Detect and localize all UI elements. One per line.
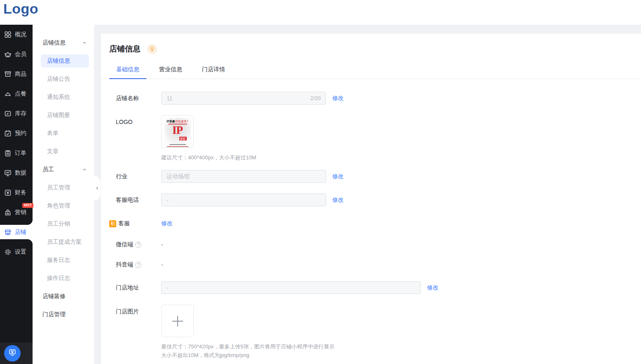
chart-monitor-icon	[4, 169, 12, 177]
edit-service-phone-link[interactable]: 修改	[332, 196, 344, 204]
sidebar-item-settings[interactable]: 设置	[0, 242, 33, 262]
page-title: 店铺信息	[109, 44, 141, 54]
service-phone-input[interactable]: -	[161, 194, 326, 206]
clipboard-icon	[4, 149, 12, 157]
customer-service-label: 客服	[118, 220, 130, 227]
sidebar-item-notification-system[interactable]: 通知系统	[33, 88, 94, 106]
wechat-value: -	[161, 241, 163, 248]
wechat-row: 微信端 ? -	[116, 241, 633, 248]
address-label: 门店地址	[116, 284, 161, 292]
logo-size-hint: 建议尺寸：400*400px，大小不超过10M	[161, 154, 256, 161]
logo-art-ip: IP	[164, 125, 191, 135]
sidebar-item-inventory[interactable]: 库存	[0, 104, 33, 124]
sidebar-item-staff-management[interactable]: 员工管理	[33, 179, 94, 197]
sidebar-item-label: 店铺	[15, 229, 26, 236]
sidebar-item-orders[interactable]: 订单	[0, 143, 33, 163]
photo-upload-button[interactable]	[161, 305, 194, 337]
store-photos-label: 门店图片	[116, 305, 161, 315]
sidebar-item-shop-info[interactable]: 店铺信息	[41, 54, 89, 68]
sidebar-item-service-log[interactable]: 服务日志	[33, 251, 94, 269]
sidebar-item-label: 数据	[15, 169, 26, 177]
photo-hint-line2: 大小不超出10M，格式为jpg/bmp/png	[161, 351, 334, 359]
sidebar-item-marketing[interactable]: HOT 营销	[0, 203, 33, 222]
tab-basic-info[interactable]: 基础信息	[109, 66, 146, 79]
sidebar-item-staff-commission-plan[interactable]: 员工提成方案	[33, 233, 94, 251]
store-photos-row: 门店图片 最佳尺寸：750*420px，最多上传5张，图片将用于店铺小程序中进行…	[116, 305, 633, 359]
sidebar-item-shop-notice[interactable]: 店铺公告	[33, 70, 94, 88]
top-header: Logo	[0, 0, 641, 25]
lightbulb-icon[interactable]	[147, 44, 157, 54]
nav-group-title: 员工	[42, 166, 54, 173]
edit-industry-link[interactable]: 修改	[332, 173, 344, 180]
address-value: -	[167, 285, 169, 291]
tab-business-info[interactable]: 营业信息	[152, 66, 189, 79]
shop-name-input[interactable]: 11 2/20	[161, 92, 326, 105]
cashier-button[interactable]	[4, 345, 21, 362]
photo-hint-line1: 最佳尺寸：750*420px，最多上传5张，图片将用于店铺小程序中进行展示	[161, 342, 334, 351]
shop-name-row: 店铺名称 11 2/20 修改	[116, 92, 633, 105]
help-icon[interactable]: ?	[135, 262, 141, 268]
sidebar-item-label: 预约	[15, 130, 26, 137]
sidebar-item-overview[interactable]: 概况	[0, 25, 33, 44]
inventory-icon	[4, 110, 12, 118]
sidebar-item-data[interactable]: 数据	[0, 163, 33, 183]
logo-art-header-red: 你在是谁?	[175, 120, 188, 123]
logo-row: LOGO IP形象你在是谁? IP 破图 建议尺寸：400*400px，大小不超…	[116, 115, 633, 161]
nav-group-shop-info[interactable]: 店铺信息	[33, 34, 94, 52]
sidebar-item-label: 财务	[15, 189, 26, 196]
sidebar-item-label: 订单	[15, 149, 26, 157]
sidebar-item-members[interactable]: 会员	[0, 44, 33, 64]
sidebar-item-label: 点餐	[15, 90, 26, 98]
goods-box-icon	[4, 70, 12, 78]
sidebar-item-products[interactable]: 商品	[0, 64, 33, 84]
logo-label: LOGO	[116, 115, 161, 125]
sidebar-item-operation-log[interactable]: 操作日志	[33, 269, 94, 287]
sidebar-collapse-handle[interactable]	[94, 176, 101, 201]
industry-placeholder: 运动场馆	[167, 173, 190, 180]
sidebar-item-label: 设置	[15, 248, 26, 256]
sidebar-bottom-bar	[0, 343, 33, 364]
shop-info-form: 店铺名称 11 2/20 修改 LOGO IP形象你在是谁? IP 破图	[109, 92, 633, 359]
sidebar-item-ordering[interactable]: 点餐	[0, 84, 33, 104]
sidebar-item-finance[interactable]: 财务	[0, 183, 33, 203]
industry-row: 行业 运动场馆 修改	[116, 170, 633, 183]
brand-logo: Logo	[3, 1, 38, 17]
sidebar-item-forms[interactable]: 表单	[33, 124, 94, 142]
sidebar-item-shop-album[interactable]: 店铺图册	[33, 106, 94, 124]
address-input[interactable]: -	[161, 281, 421, 294]
calendar-check-icon	[4, 129, 12, 138]
secondary-sidebar: 店铺信息 店铺信息 店铺公告 通知系统 店铺图册 表单 文章 员工 员工管理 角…	[33, 25, 94, 364]
tab-store-details[interactable]: 门店详情	[195, 66, 232, 79]
cloche-icon	[4, 90, 12, 98]
sidebar-item-shop-decoration[interactable]: 店铺装修	[33, 287, 94, 306]
douyin-row: 抖音端 ? -	[116, 261, 633, 268]
sidebar-item-staff-distribution[interactable]: 员工分销	[33, 215, 94, 233]
address-row: 门店地址 - 修改	[116, 281, 633, 294]
storefront-icon	[4, 228, 12, 236]
sidebar-item-role-management[interactable]: 角色管理	[33, 197, 94, 215]
sidebar-item-store-management[interactable]: 门店管理	[33, 306, 94, 324]
edit-address-link[interactable]: 修改	[427, 284, 439, 292]
sidebar-item-label: 库存	[15, 110, 26, 117]
industry-input[interactable]: 运动场馆	[161, 170, 326, 183]
help-icon[interactable]: ?	[135, 242, 141, 248]
sidebar-item-booking[interactable]: 预约	[0, 124, 33, 143]
logo-art-badge: 破图	[179, 137, 187, 140]
sidebar-item-label: 会员	[15, 51, 26, 58]
shop-name-value: 11	[167, 95, 173, 102]
nav-group-staff[interactable]: 员工	[33, 161, 94, 179]
bag-chart-icon	[4, 208, 12, 217]
customer-service-row: 初 客服 修改	[109, 220, 633, 227]
sidebar-item-articles[interactable]: 文章	[33, 142, 94, 161]
hot-badge: HOT	[22, 203, 33, 208]
sidebar-item-label: 商品	[15, 70, 26, 78]
service-phone-value: -	[167, 197, 169, 203]
edit-customer-service-link[interactable]: 修改	[161, 220, 173, 227]
service-phone-label: 客服电话	[116, 196, 161, 204]
sidebar-item-label: 营销	[15, 209, 26, 216]
sidebar-item-shop[interactable]: 店铺	[0, 225, 33, 239]
douyin-label: 抖音端	[116, 261, 133, 268]
edit-shop-name-link[interactable]: 修改	[332, 95, 344, 102]
char-counter: 2/20	[310, 95, 321, 101]
shop-logo-image[interactable]: IP形象你在是谁? IP 破图	[161, 115, 194, 148]
